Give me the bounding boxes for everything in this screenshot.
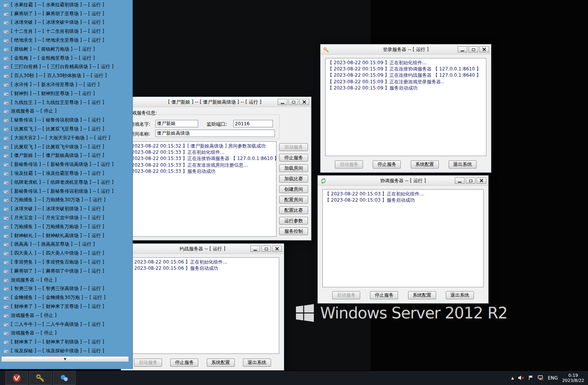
minimize-button[interactable] — [250, 246, 260, 252]
sidebar-item[interactable]: [ 二人牛牛 ] -- [ 二人牛牛高级场 ] -- [ 运行 ] — [0, 320, 132, 329]
minimize-button[interactable] — [278, 99, 287, 105]
sidebar-item[interactable]: [ 财神到 ] -- [ 财神到至尊场 ] -- [ 运行 ] — [0, 89, 132, 98]
sidebar-item[interactable]: [ 新秘鲁传说 ] -- [ 新秘鲁传说高级场 ] -- [ 运行 ] — [0, 160, 132, 169]
sidebar-item[interactable]: [ 金蟾捕鱼 ] -- [ 金蟾捕鱼30万炮 ] -- [ 运行 ] — [0, 293, 132, 302]
sidebar-item[interactable]: [ 大闹天宫2 ] -- [ 大闹天宫2千炮场 ] -- [ 运行 ] — [0, 134, 132, 142]
taskbar-app-game-platform[interactable] — [5, 371, 28, 385]
match-action-button[interactable]: 停止服务 — [170, 359, 198, 367]
sidebar-item[interactable]: [ 摇钱树 ] -- [ 摇钱树万炮场 ] -- [ 运行 ] — [0, 45, 132, 54]
coordination-action-button[interactable]: 启动服务 — [332, 291, 360, 299]
tray-expand-icon[interactable]: ▲ — [511, 376, 514, 380]
sidebar-item[interactable]: [ 九线拉王 ] -- [ 九线拉王至尊场 ] -- [ 运行 ] — [0, 98, 132, 107]
sidebar-item[interactable]: [ 百人30秒 ] -- [ 百人30秒体验场 ] -- [ 运行 ] — [0, 71, 132, 80]
sidebar-item[interactable]: [ 埃及拉霸 ] -- [ 埃及拉霸至尊场 ] -- [ 运行 ] — [0, 169, 132, 178]
close-button[interactable] — [299, 99, 309, 105]
sidebar-item[interactable]: 游戏服务器 -- [ 停止 ] — [0, 107, 132, 116]
sidebar-item[interactable]: [ 麻将胡了 ] -- [ 麻将胡了至尊场 ] -- [ 运行 ] — [0, 9, 132, 18]
room-action-button[interactable]: 配置比赛 — [279, 206, 308, 214]
room-name-input[interactable] — [155, 130, 275, 137]
sidebar-item[interactable]: [ 智勇三张 ] -- [ 智勇三张高级场 ] -- [ 运行 ] — [0, 285, 132, 294]
listen-port-input[interactable] — [233, 120, 273, 127]
sidebar-item[interactable]: [ 金瓶梅 ] -- [ 金瓶梅至尊场 ] -- [ 运行 ] — [0, 54, 132, 63]
sidebar-item-label: [ 新秘鲁传说 ] -- [ 新秘鲁传说高级场 ] -- [ 运行 ] — [11, 161, 114, 168]
close-button[interactable] — [272, 246, 282, 252]
match-action-button[interactable]: 系统配置 — [207, 359, 235, 367]
sidebar-item[interactable]: [ 水浒传 ] -- [ 新水浒传至尊场 ] -- [ 运行 ] — [0, 80, 132, 89]
sidebar-item[interactable]: 游戏服务器 -- [ 停止 ] — [0, 276, 132, 285]
taskbar-app-coordination-server[interactable] — [53, 371, 76, 385]
minimize-button[interactable] — [458, 46, 467, 53]
sidebar-item[interactable]: [ 冰球突破 ] -- [ 冰球突破中级场 ] -- [ 运行 ] — [0, 18, 132, 27]
login-action-button[interactable]: 启动服务 — [335, 160, 363, 169]
sidebar-item[interactable]: [ 新秘鲁传说 ] -- [ 新秘鲁传说初级场 ] -- [ 运行 ] — [0, 187, 132, 196]
close-button[interactable] — [479, 46, 489, 53]
sidebar-item[interactable]: 游戏服务器 -- [ 停止 ] — [0, 311, 132, 320]
sidebar-item[interactable]: [ 万炮捕鱼 ] -- [ 万炮捕鱼万炮场 ] -- [ 运行 ] — [0, 222, 132, 231]
maximize-button[interactable] — [468, 46, 478, 53]
action-center-flag-icon[interactable] — [528, 374, 533, 382]
room-action-button[interactable]: 加载房间 — [279, 164, 308, 172]
room-titlebar[interactable]: [ 僵尸新娘 ] -- [ 僵尸新娘高级场 ] -- [ 运行 ] — [118, 97, 311, 107]
room-action-button[interactable]: 配置房间 — [279, 196, 308, 204]
game-icon — [3, 82, 9, 88]
sidebar-item-label: 游戏服务器 -- [ 停止 ] — [11, 277, 56, 283]
sidebar-item[interactable]: 游戏服务器 -- [ 停止 ] — [0, 329, 132, 338]
log-output[interactable]: 【 2023-08-22 00:15:09 】正在初始化组件... 【 2023… — [325, 58, 486, 156]
sidebar-item[interactable]: [ 财神献礼 ] -- [ 财神献礼高级场 ] -- [ 运行 ] — [0, 231, 132, 240]
sidebar-item[interactable]: [ 四大美人 ] -- [ 四大美人中级场 ] -- [ 运行 ] — [0, 249, 132, 258]
sidebar-item[interactable]: [ 比翼双飞 ] -- [ 比翼双飞中级场 ] -- [ 运行 ] — [0, 142, 132, 151]
match-action-button[interactable]: 退出系统 — [243, 359, 271, 367]
log-output[interactable]: 【 2023-08-22 00:15:32 】[ 僵尸新娘高级场 ] 房间参数加… — [123, 141, 276, 237]
sidebar-item[interactable]: [ 绝地求生 ] -- [ 绝地求生至尊场 ] -- [ 运行 ] — [0, 36, 132, 45]
language-indicator[interactable]: ENG — [548, 375, 558, 381]
close-button[interactable] — [477, 178, 486, 184]
sidebar-item[interactable]: [ 李逵劈鱼 ] -- [ 李逵劈鱼百炮场 ] -- [ 运行 ] — [0, 258, 132, 267]
sidebar-item[interactable]: [ 水果拉霸 ] -- [ 水果拉霸初级场 ] -- [ 运行 ] — [0, 0, 132, 9]
room-action-button[interactable]: 停止服务 — [279, 154, 308, 162]
minimize-button[interactable] — [455, 178, 465, 184]
sidebar-item[interactable]: [ 万炮捕鱼 ] -- [ 万炮捕鱼30万场 ] -- [ 运行 ] — [0, 196, 132, 205]
sidebar-item[interactable]: [ 财神来了 ] -- [ 财神来了至尊场 ] -- [ 运行 ] — [0, 302, 132, 311]
sidebar-item[interactable]: [ 比翼双飞 ] -- [ 比翼双飞至尊场 ] -- [ 运行 ] — [0, 125, 132, 134]
sidebar-item[interactable]: [ 跳高高 ] -- [ 跳高高至尊场 ] -- [ 运行 ] — [0, 240, 132, 249]
game-icon — [3, 233, 9, 239]
volume-muted-icon[interactable] — [518, 374, 524, 382]
sidebar-item[interactable]: [ 财神来了 ] -- [ 财神来了初级场 ] -- [ 运行 ] — [0, 338, 132, 346]
maximize-button[interactable] — [261, 246, 271, 252]
sidebar-item[interactable]: [ 三打白骨精 ] -- [ 三打白骨精高级场 ] -- [ 运行 ] — [0, 63, 132, 72]
network-disconnected-icon[interactable] — [538, 374, 544, 382]
coordination-action-button[interactable]: 系统配置 — [408, 291, 436, 299]
login-action-button[interactable]: 系统配置 — [411, 160, 439, 169]
match-action-button[interactable]: 启动服务 — [134, 359, 162, 367]
scroll-down-button[interactable]: ▼ — [1, 356, 129, 362]
sidebar-item[interactable]: [ 冰球突破 ] -- [ 冰球突破初级场 ] -- [ 运行 ] — [0, 204, 132, 213]
game-name-input[interactable] — [155, 120, 198, 127]
room-action-button[interactable]: 启动服务 — [279, 143, 308, 151]
sidebar-item[interactable]: [ 纸牌老虎机 ] -- [ 纸牌老虎机至尊场 ] -- [ 运行 ] — [0, 178, 132, 187]
sidebar-item[interactable]: [ 十二生肖 ] -- [ 十二生肖初级场 ] -- [ 运行 ] — [0, 27, 132, 36]
room-action-button[interactable]: 运行参数 — [279, 217, 308, 225]
window-room-server: [ 僵尸新娘 ] -- [ 僵尸新娘高级场 ] -- [ 运行 ] 游戏服务信息… — [118, 97, 312, 241]
login-action-button[interactable]: 退出系统 — [449, 160, 477, 169]
login-action-button[interactable]: 停止服务 — [373, 160, 401, 169]
room-action-button[interactable]: 创建房间 — [279, 185, 308, 193]
login-titlebar[interactable]: 登录服务器 -- [ 运行 ] — [320, 44, 491, 54]
maximize-button[interactable] — [466, 178, 475, 184]
match-titlebar[interactable]: 约战服务器 -- [ 运行 ] — [121, 244, 284, 254]
taskbar-clock[interactable]: 0:19 2023/8/22 — [562, 373, 584, 383]
taskbar-app-login-server[interactable] — [29, 371, 52, 385]
room-action-button[interactable]: 加载比赛 — [279, 175, 308, 183]
coordination-titlebar[interactable]: 协调服务器 -- [ 运行 ] — [318, 176, 488, 186]
sidebar-item[interactable]: [ 月光宝盒 ] -- [ 月光宝盒中级场 ] -- [ 运行 ] — [0, 213, 132, 222]
coordination-action-button[interactable]: 停止服务 — [370, 291, 398, 299]
sidebar-item[interactable]: [ 麻将胡了 ] -- [ 麻将胡了中级场 ] -- [ 运行 ] — [0, 267, 132, 276]
coordination-action-button[interactable]: 退出系统 — [446, 291, 474, 299]
sidebar-item[interactable]: [ 秘鲁传说 ] -- [ 秘鲁传说初级场 ] -- [ 运行 ] — [0, 116, 132, 125]
room-action-button[interactable]: 服务控制 — [279, 227, 308, 235]
maximize-button[interactable] — [289, 99, 298, 105]
log-output[interactable]: 【 2023-08-22 00:15:06 】正在初始化组件... 【 2023… — [126, 257, 279, 354]
log-output[interactable]: 【 2023-08-22 00:15:03 】正在初始化组件... 【 2023… — [322, 189, 484, 287]
game-icon — [3, 153, 9, 158]
sidebar-item[interactable]: [ 僵尸新娘 ] -- [ 僵尸新娘高级场 ] -- [ 运行 ] — [0, 151, 132, 160]
sidebar-item[interactable]: [ 埃及探秘 ] -- [ 埃及探秘中级场 ] -- [ 运行 ] — [0, 346, 132, 355]
